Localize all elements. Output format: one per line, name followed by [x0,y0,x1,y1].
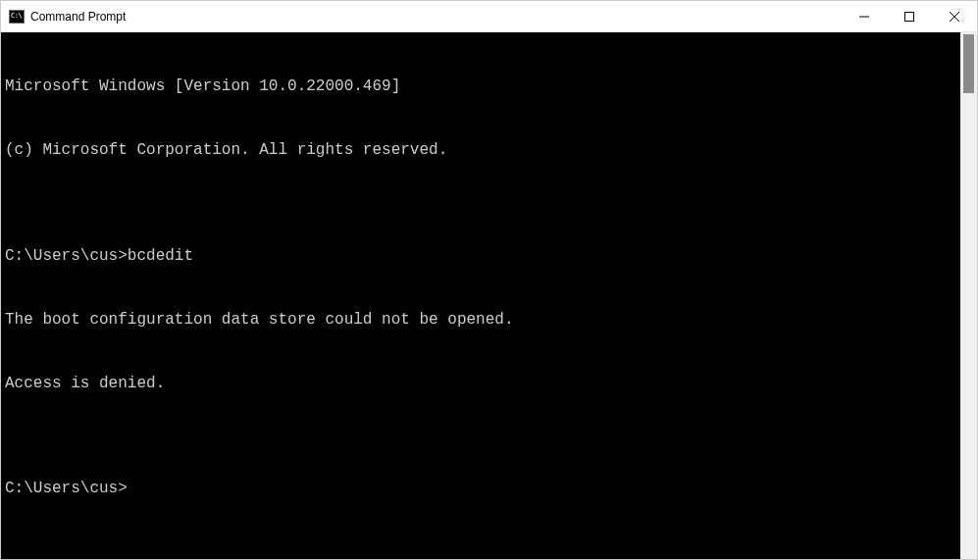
maximize-icon [904,12,914,22]
terminal-line: (c) Microsoft Corporation. All rights re… [5,140,956,162]
scrollbar-thumb[interactable] [963,34,974,93]
terminal-output[interactable]: Microsoft Windows [Version 10.0.22000.46… [1,32,960,559]
command-prompt-window: C:\ Command Prompt [0,0,978,560]
minimize-icon [859,12,869,22]
app-icon: C:\ [9,9,25,25]
maximize-button[interactable] [887,1,932,31]
window-controls [842,1,977,31]
terminal-line: The boot configuration data store could … [5,310,956,331]
window-title: Command Prompt [30,10,842,24]
terminal-line: Microsoft Windows [Version 10.0.22000.46… [5,76,956,98]
scrollbar-track[interactable] [960,32,977,559]
close-icon [950,12,959,22]
minimize-button[interactable] [842,1,887,31]
svg-rect-1 [905,12,914,21]
terminal-prompt: C:\Users\cus> [5,479,956,500]
terminal-line: C:\Users\cus>bcdedit [5,246,956,268]
titlebar[interactable]: C:\ Command Prompt [1,1,977,32]
content-area: Microsoft Windows [Version 10.0.22000.46… [1,32,977,559]
close-button[interactable] [932,1,977,31]
terminal-line: Access is denied. [5,374,956,395]
